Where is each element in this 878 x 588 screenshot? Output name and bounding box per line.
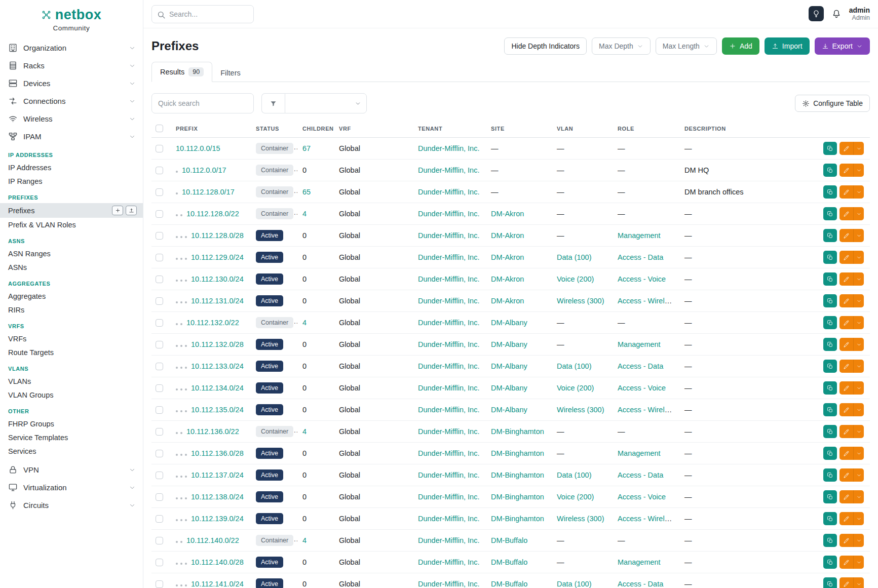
sidebar-item-asn-ranges[interactable]: ASN Ranges bbox=[0, 247, 143, 260]
copy-button[interactable] bbox=[823, 338, 837, 351]
copy-button[interactable] bbox=[823, 360, 837, 373]
tenant-link[interactable]: Dunder-Mifflin, Inc. bbox=[418, 406, 479, 414]
edit-dropdown-button[interactable] bbox=[853, 447, 864, 460]
tenant-link[interactable]: Dunder-Mifflin, Inc. bbox=[418, 231, 479, 240]
prefix-link[interactable]: 10.112.130.0/24 bbox=[191, 275, 244, 283]
edit-button[interactable] bbox=[839, 207, 853, 220]
vlan-link[interactable]: Data (100) bbox=[557, 471, 592, 479]
row-checkbox[interactable] bbox=[156, 276, 163, 283]
prefix-link[interactable]: 10.112.132.0/22 bbox=[186, 319, 239, 327]
site-link[interactable]: DM-Binghamton bbox=[491, 515, 544, 523]
edit-button[interactable] bbox=[839, 316, 853, 329]
edit-button[interactable] bbox=[839, 447, 853, 460]
tenant-link[interactable]: Dunder-Mifflin, Inc. bbox=[418, 449, 479, 457]
edit-dropdown-button[interactable] bbox=[853, 185, 864, 199]
site-link[interactable]: DM-Buffalo bbox=[491, 580, 527, 588]
role-link[interactable]: Access - Wireless bbox=[618, 515, 676, 523]
row-checkbox[interactable] bbox=[156, 428, 163, 436]
tenant-link[interactable]: Dunder-Mifflin, Inc. bbox=[418, 253, 479, 261]
prefix-link[interactable]: 10.112.135.0/24 bbox=[191, 406, 244, 414]
role-link[interactable]: Access - Wireless bbox=[618, 406, 676, 414]
site-link[interactable]: DM-Akron bbox=[491, 297, 524, 305]
export-dropdown-button[interactable]: Export bbox=[815, 37, 870, 55]
edit-dropdown-button[interactable] bbox=[853, 316, 864, 329]
copy-button[interactable] bbox=[823, 272, 837, 286]
site-link[interactable]: DM-Binghamton bbox=[491, 493, 544, 501]
row-checkbox[interactable] bbox=[156, 210, 163, 218]
row-checkbox[interactable] bbox=[156, 580, 163, 588]
copy-button[interactable] bbox=[823, 251, 837, 264]
tenant-link[interactable]: Dunder-Mifflin, Inc. bbox=[418, 580, 479, 588]
children-link[interactable]: 4 bbox=[302, 210, 307, 218]
vlan-link[interactable]: Data (100) bbox=[557, 253, 592, 261]
site-link[interactable]: DM-Buffalo bbox=[491, 558, 527, 566]
prefix-link[interactable]: 10.112.128.0/28 bbox=[191, 231, 244, 240]
copy-button[interactable] bbox=[823, 294, 837, 307]
edit-button[interactable] bbox=[839, 251, 853, 264]
prefix-link[interactable]: 10.112.128.0/17 bbox=[182, 188, 235, 196]
sidebar-item-racks[interactable]: Racks bbox=[0, 57, 143, 74]
edit-button[interactable] bbox=[839, 534, 853, 547]
edit-button[interactable] bbox=[839, 294, 853, 307]
row-checkbox[interactable] bbox=[156, 493, 163, 501]
row-checkbox[interactable] bbox=[156, 341, 163, 348]
edit-dropdown-button[interactable] bbox=[853, 556, 864, 569]
tenant-link[interactable]: Dunder-Mifflin, Inc. bbox=[418, 166, 479, 174]
user-menu[interactable]: admin Admin bbox=[849, 6, 870, 22]
site-link[interactable]: DM-Albany bbox=[491, 362, 527, 370]
children-link[interactable]: 65 bbox=[302, 188, 311, 196]
row-checkbox[interactable] bbox=[156, 384, 163, 392]
edit-button[interactable] bbox=[839, 338, 853, 351]
edit-dropdown-button[interactable] bbox=[853, 577, 864, 588]
row-checkbox[interactable] bbox=[156, 188, 163, 196]
sidebar-item-prefixes[interactable]: Prefixes bbox=[0, 203, 143, 218]
filter-button[interactable] bbox=[261, 93, 285, 113]
role-link[interactable]: Access - Data bbox=[618, 253, 663, 261]
edit-button[interactable] bbox=[839, 490, 853, 503]
sidebar-item-ip-ranges[interactable]: IP Ranges bbox=[0, 174, 143, 188]
copy-button[interactable] bbox=[823, 381, 837, 395]
site-link[interactable]: DM-Albany bbox=[491, 319, 527, 327]
select-all-checkbox[interactable] bbox=[156, 125, 163, 132]
row-checkbox[interactable] bbox=[156, 167, 163, 174]
vlan-link[interactable]: Wireless (300) bbox=[557, 406, 604, 414]
prefix-link[interactable]: 10.112.140.0/22 bbox=[186, 536, 239, 544]
quick-add-button[interactable] bbox=[112, 206, 123, 215]
edit-dropdown-button[interactable] bbox=[853, 512, 864, 525]
edit-button[interactable] bbox=[839, 556, 853, 569]
prefix-link[interactable]: 10.112.133.0/24 bbox=[191, 362, 244, 370]
prefix-link[interactable]: 10.112.134.0/24 bbox=[191, 384, 244, 392]
copy-button[interactable] bbox=[823, 512, 837, 525]
site-link[interactable]: DM-Akron bbox=[491, 231, 524, 240]
tenant-link[interactable]: Dunder-Mifflin, Inc. bbox=[418, 340, 479, 348]
vlan-link[interactable]: Data (100) bbox=[557, 362, 592, 370]
copy-button[interactable] bbox=[823, 447, 837, 460]
copy-button[interactable] bbox=[823, 229, 837, 242]
role-link[interactable]: Access - Data bbox=[618, 580, 663, 588]
vlan-link[interactable]: Wireless (300) bbox=[557, 515, 604, 523]
role-link[interactable]: Access - Data bbox=[618, 362, 663, 370]
prefix-link[interactable]: 10.112.0.0/17 bbox=[182, 166, 226, 174]
tenant-link[interactable]: Dunder-Mifflin, Inc. bbox=[418, 210, 479, 218]
prefix-link[interactable]: 10.112.136.0/28 bbox=[191, 449, 244, 457]
edit-button[interactable] bbox=[839, 425, 853, 438]
edit-dropdown-button[interactable] bbox=[853, 294, 864, 307]
prefix-link[interactable]: 10.112.139.0/24 bbox=[191, 515, 244, 523]
copy-button[interactable] bbox=[823, 425, 837, 438]
tenant-link[interactable]: Dunder-Mifflin, Inc. bbox=[418, 275, 479, 283]
tenant-link[interactable]: Dunder-Mifflin, Inc. bbox=[418, 536, 479, 544]
site-link[interactable]: DM-Akron bbox=[491, 210, 524, 218]
children-link[interactable]: 4 bbox=[302, 427, 307, 436]
role-link[interactable]: Management bbox=[618, 449, 661, 457]
edit-dropdown-button[interactable] bbox=[853, 207, 864, 220]
prefix-link[interactable]: 10.112.132.0/28 bbox=[191, 340, 244, 348]
edit-dropdown-button[interactable] bbox=[853, 534, 864, 547]
site-link[interactable]: DM-Binghamton bbox=[491, 471, 544, 479]
site-link[interactable]: DM-Albany bbox=[491, 406, 527, 414]
edit-button[interactable] bbox=[839, 185, 853, 199]
copy-button[interactable] bbox=[823, 577, 837, 588]
edit-button[interactable] bbox=[839, 164, 853, 177]
vlan-link[interactable]: Wireless (300) bbox=[557, 297, 604, 305]
edit-dropdown-button[interactable] bbox=[853, 251, 864, 264]
configure-table-button[interactable]: Configure Table bbox=[795, 95, 870, 112]
